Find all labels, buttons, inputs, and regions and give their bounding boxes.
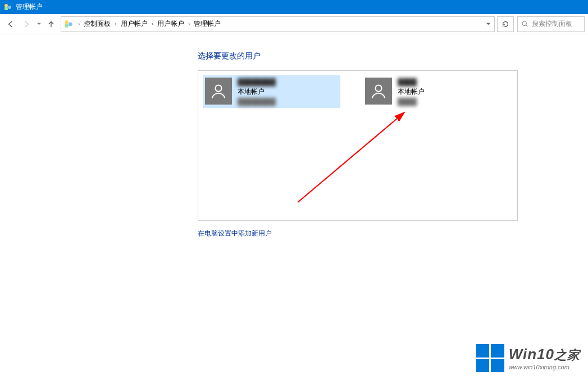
svg-point-1	[8, 6, 11, 9]
back-button[interactable]	[3, 17, 18, 31]
account-role: ████████	[238, 97, 276, 107]
address-bar[interactable]: › 控制面板 › 用户帐户 › 用户帐户 › 管理帐户	[61, 16, 495, 32]
history-dropdown-icon[interactable]	[35, 17, 43, 31]
user-accounts-icon	[3, 3, 12, 12]
person-icon	[370, 83, 387, 99]
window-titlebar: 管理帐户	[0, 0, 588, 14]
account-card[interactable]: ████ 本地帐户 ████	[363, 75, 500, 108]
watermark-title-en: Win10	[509, 346, 554, 363]
svg-point-8	[375, 85, 381, 91]
window-title: 管理帐户	[16, 2, 43, 12]
navigation-bar: › 控制面板 › 用户帐户 › 用户帐户 › 管理帐户 搜索控制面板	[0, 14, 588, 34]
search-icon	[521, 20, 528, 28]
breadcrumb-item[interactable]: 用户帐户	[119, 19, 149, 29]
account-type: 本地帐户	[238, 87, 276, 97]
svg-rect-2	[4, 7, 8, 10]
watermark-text: Win10之家 www.win10xitong.com	[509, 346, 580, 370]
chevron-right-icon[interactable]: ›	[186, 21, 192, 27]
search-placeholder: 搜索控制面板	[532, 19, 572, 29]
account-name: ████	[398, 78, 425, 87]
add-user-link[interactable]: 在电脑设置中添加新用户	[198, 229, 272, 238]
account-type: 本地帐户	[398, 87, 425, 97]
account-card[interactable]: ████████ 本地帐户 ████████	[203, 75, 340, 108]
breadcrumb-item[interactable]: 用户帐户	[156, 19, 186, 29]
chevron-right-icon[interactable]: ›	[112, 21, 118, 27]
svg-point-6	[522, 21, 526, 25]
page-heading: 选择要更改的用户	[198, 51, 588, 61]
search-input[interactable]: 搜索控制面板	[517, 16, 585, 32]
avatar	[205, 78, 232, 105]
svg-point-3	[65, 20, 69, 24]
chevron-right-icon[interactable]: ›	[76, 21, 82, 27]
breadcrumb-item[interactable]: 管理帐户	[192, 19, 222, 29]
watermark-title-zh: 之家	[554, 348, 580, 362]
person-icon	[210, 83, 227, 99]
account-name: ████████	[238, 78, 276, 87]
watermark-url: www.win10xitong.com	[509, 364, 580, 370]
watermark: Win10之家 www.win10xitong.com	[476, 344, 580, 372]
address-dropdown-icon[interactable]	[484, 20, 492, 28]
account-info: ████████ 本地帐户 ████████	[238, 78, 276, 107]
windows-logo-icon	[476, 344, 504, 372]
forward-button[interactable]	[19, 17, 34, 31]
avatar	[365, 78, 392, 105]
accounts-list: ████████ 本地帐户 ████████ ████ 本地帐户 ████	[198, 70, 518, 221]
user-accounts-icon	[63, 19, 74, 29]
svg-point-7	[215, 85, 221, 91]
svg-rect-5	[65, 24, 69, 28]
up-button[interactable]	[44, 17, 58, 31]
refresh-button[interactable]	[497, 16, 514, 32]
svg-point-4	[69, 22, 72, 26]
account-info: ████ 本地帐户 ████	[398, 78, 425, 107]
content-area: 选择要更改的用户 ████████ 本地帐户 ████████ ████ 本地帐…	[0, 34, 588, 238]
chevron-right-icon[interactable]: ›	[149, 21, 156, 27]
breadcrumb-item[interactable]: 控制面板	[82, 19, 112, 29]
svg-point-0	[4, 4, 8, 7]
account-role: ████	[398, 97, 425, 107]
